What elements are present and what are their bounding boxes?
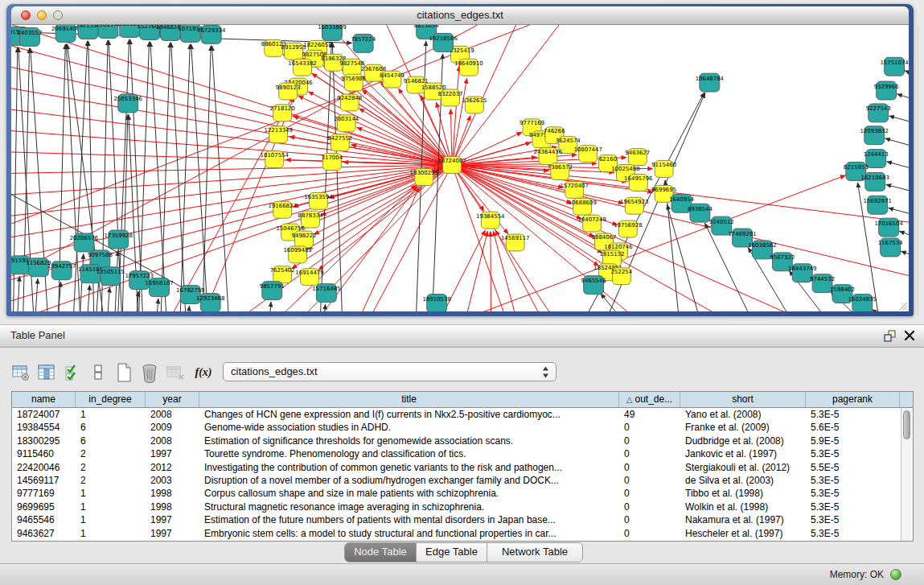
- graph-node[interactable]: 19218586: [429, 33, 457, 51]
- float-panel-icon[interactable]: [883, 329, 897, 343]
- column-header-short[interactable]: short: [680, 392, 806, 407]
- graph-node[interactable]: 9756985: [341, 74, 366, 91]
- graph-node[interactable]: 12923468: [196, 294, 224, 311]
- table-row[interactable]: 2242004622012Investigating the contribut…: [12, 461, 901, 474]
- graph-node[interactable]: 16099489: [283, 246, 311, 263]
- row-selection-icon[interactable]: [63, 362, 82, 383]
- zoom-window-button[interactable]: [53, 10, 63, 20]
- graph-node[interactable]: 9463627: [625, 149, 650, 166]
- graph-node[interactable]: 2718120: [270, 105, 295, 122]
- graph-node[interactable]: 317004: [322, 154, 343, 171]
- graph-node[interactable]: 15716485: [312, 284, 340, 303]
- column-header-title[interactable]: title: [199, 392, 619, 407]
- table-row[interactable]: 977716911998Corpus callosum shape and si…: [12, 487, 901, 500]
- graph-node[interactable]: 16210643: [861, 172, 889, 191]
- graph-node[interactable]: 9890123: [276, 83, 301, 100]
- graph-node[interactable]: 13505115: [97, 267, 125, 286]
- window-resize-grip[interactable]: [897, 299, 908, 311]
- graph-node-label: 317004: [322, 154, 343, 161]
- memory-status-indicator-icon[interactable]: [890, 569, 901, 580]
- graph-node[interactable]: 16024835: [848, 295, 877, 311]
- show-column-icon[interactable]: [37, 362, 56, 383]
- table-row[interactable]: 946554611997Estimation of the future num…: [12, 513, 901, 526]
- graph-node[interactable]: 19756928: [614, 220, 642, 237]
- graph-node[interactable]: 15692971: [864, 196, 892, 214]
- graph-node-label: 18300295: [410, 170, 438, 176]
- tab-node-table[interactable]: Node Table: [345, 543, 417, 562]
- graph-node[interactable]: 1167534: [878, 238, 904, 257]
- graph-node[interactable]: 7857224: [351, 34, 376, 52]
- graph-node[interactable]: 16914479: [295, 269, 323, 286]
- graph-node[interactable]: 8427552: [327, 134, 352, 151]
- rows-icon[interactable]: [88, 362, 108, 383]
- graph-node[interactable]: 19166827: [268, 201, 296, 218]
- graph-node[interactable]: 16033809: [318, 25, 346, 40]
- table-row[interactable]: 946362711997Embryonic stem cells: a mode…: [12, 527, 901, 540]
- graph-node[interactable]: 7386372: [548, 163, 573, 180]
- table-row[interactable]: 911546021997Tourette syndrome. Phenomeno…: [12, 447, 901, 460]
- graph-node-label: 8912955: [281, 44, 306, 51]
- graph-node[interactable]: 9465546: [581, 276, 606, 295]
- graph-node[interactable]: 7625402: [270, 266, 295, 283]
- graph-node[interactable]: 9227543: [866, 104, 891, 122]
- column-header-out-de-[interactable]: △out_de...: [619, 392, 680, 407]
- table-mode-icon[interactable]: [11, 362, 31, 383]
- table-cell: Tourette syndrome. Phenomenology and cla…: [199, 447, 619, 460]
- graph-node[interactable]: 12093832: [860, 126, 889, 145]
- graph-node[interactable]: 10648784: [696, 73, 725, 92]
- citation-edge-black: [901, 251, 909, 262]
- graph-node[interactable]: 15751074: [880, 57, 909, 76]
- graph-node[interactable]: 252254: [611, 268, 633, 285]
- close-panel-icon[interactable]: [903, 329, 916, 342]
- graph-node[interactable]: 8322037: [438, 89, 463, 106]
- graph-node-label: 15692971: [864, 198, 892, 204]
- table-cell: Disruption of a novel member of a sodium…: [199, 474, 619, 487]
- graph-node[interactable]: 9857791: [260, 282, 285, 300]
- table-row[interactable]: 1938455462009Genome-wide association stu…: [12, 421, 901, 434]
- table-cell: 9465546: [12, 513, 76, 526]
- table-row[interactable]: 1456911722003Disruption of a novel membe…: [12, 474, 901, 487]
- graph-node[interactable]: 1362615: [462, 97, 487, 113]
- network-window-titlebar[interactable]: citations_edges.txt: [11, 6, 909, 25]
- graph-node[interactable]: 20206576: [70, 233, 98, 252]
- function-builder-icon[interactable]: f(x): [191, 366, 216, 379]
- graph-node[interactable]: 17016504: [874, 218, 903, 237]
- close-window-button[interactable]: [21, 10, 31, 20]
- graph-node[interactable]: 2403557: [17, 27, 42, 46]
- graph-node[interactable]: 19384554: [476, 212, 505, 229]
- column-header-in-degree[interactable]: in_degree: [76, 392, 146, 407]
- graph-node-label: 1640954: [669, 196, 695, 203]
- column-header-pagerank[interactable]: pagerank: [806, 392, 900, 407]
- minimize-window-button[interactable]: [37, 10, 47, 20]
- graph-node[interactable]: 9115460: [651, 161, 676, 178]
- graph-node[interactable]: 16729334: [197, 25, 226, 43]
- graph-node[interactable]: 25053346: [114, 94, 142, 113]
- table-scrollbar[interactable]: [901, 408, 913, 541]
- new-table-icon[interactable]: [114, 362, 133, 383]
- table-row[interactable]: 1872400712008Changes of HCN gene express…: [12, 408, 901, 421]
- graph-node[interactable]: 17359928: [105, 230, 133, 249]
- column-header-year[interactable]: year: [146, 392, 199, 407]
- graph-node[interactable]: 10688609: [568, 198, 596, 215]
- delete-column-trash-icon[interactable]: [140, 362, 159, 383]
- table-selector-dropdown[interactable]: citations_edges.txt: [223, 362, 556, 381]
- graph-node[interactable]: 18407249: [577, 215, 606, 232]
- graph-node[interactable]: 9498222: [292, 231, 317, 248]
- graph-node[interactable]: 9242848: [337, 94, 362, 111]
- graph-node[interactable]: 18910538: [422, 295, 450, 311]
- network-canvas[interactable]: 1872400788601238912955182260589827508165…: [11, 25, 909, 311]
- graph-node[interactable]: 16958107: [145, 278, 173, 297]
- table-row[interactable]: 969969511998Structural magnetic resonanc…: [12, 501, 901, 513]
- graph-node[interactable]: 8454749: [380, 71, 405, 88]
- tab-network-table[interactable]: Network Table: [487, 543, 582, 562]
- column-header-name[interactable]: name: [12, 392, 76, 407]
- table-scrollbar-thumb[interactable]: [903, 410, 910, 439]
- graph-node[interactable]: 9329966: [874, 81, 899, 100]
- graph-node[interactable]: 2803144: [334, 115, 359, 132]
- graph-node[interactable]: 16353594: [304, 192, 333, 209]
- graph-node[interactable]: 13942757: [47, 262, 76, 280]
- graph-node[interactable]: 16495796: [624, 174, 652, 191]
- table-cell: 18300295: [12, 435, 76, 447]
- tab-edge-table[interactable]: Edge Table: [417, 543, 487, 562]
- table-row[interactable]: 1830029562008Estimation of significance …: [12, 435, 901, 447]
